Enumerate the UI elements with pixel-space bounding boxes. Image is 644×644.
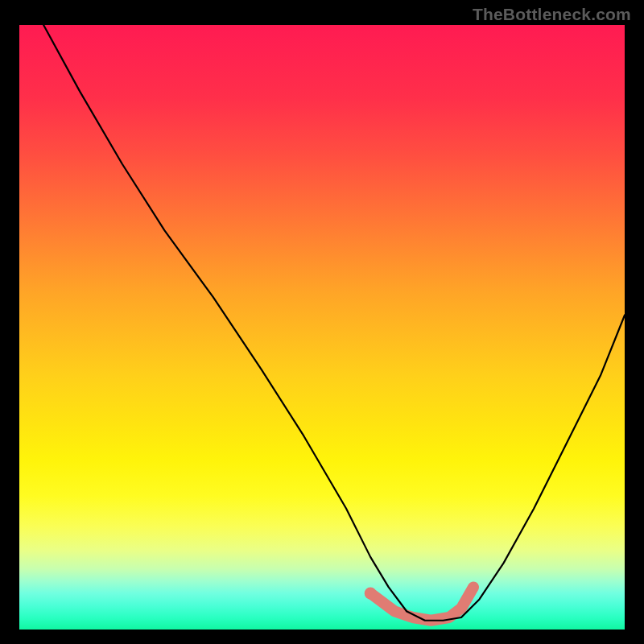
marker-dot-start bbox=[365, 587, 377, 599]
curve-path bbox=[43, 25, 625, 621]
marker-path bbox=[370, 587, 473, 620]
chart-svg bbox=[19, 25, 625, 630]
marker-group bbox=[365, 587, 473, 620]
attribution-text: TheBottleneck.com bbox=[473, 5, 631, 24]
chart-frame: TheBottleneck.com bbox=[0, 0, 644, 644]
plot-area bbox=[19, 25, 625, 630]
